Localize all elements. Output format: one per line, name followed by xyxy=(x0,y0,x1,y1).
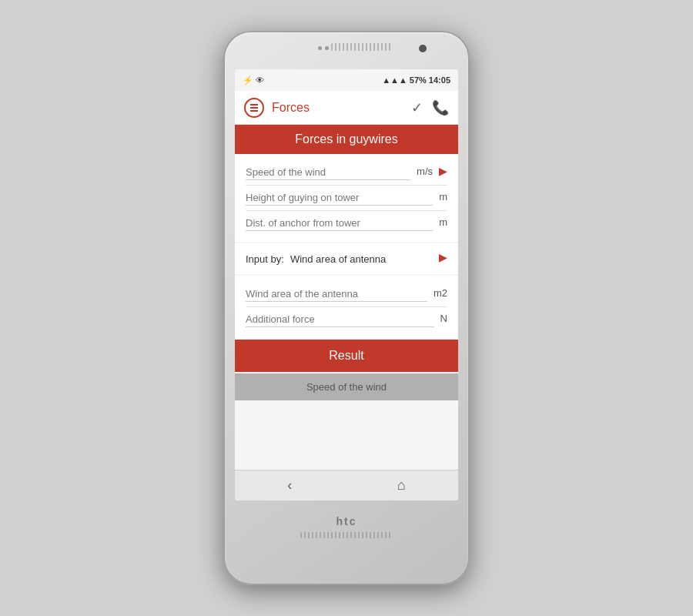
menu-button[interactable] xyxy=(244,98,264,118)
form-section-1: m/s ▶ m m xyxy=(235,154,458,242)
phone-button[interactable]: 📞 xyxy=(432,99,449,116)
wind-area-row: m2 xyxy=(246,282,447,307)
dist-unit: m xyxy=(439,216,447,231)
dist-input-wrap xyxy=(246,216,433,231)
input-by-row: Input by: Wind area of antenna ▶ xyxy=(235,243,458,274)
wind-speed-input[interactable] xyxy=(246,165,410,180)
app-bar: Forces ✓ 📞 xyxy=(235,91,458,125)
wind-area-input[interactable] xyxy=(246,286,427,302)
app-bar-actions: ✓ 📞 xyxy=(411,99,449,116)
additional-force-input-wrap xyxy=(246,312,434,327)
status-bar: ⚡ 👁 ▲▲▲ 57% 14:05 xyxy=(235,69,458,91)
form-section-2: m2 N xyxy=(235,276,458,338)
input-by-dropdown-icon[interactable]: ▶ xyxy=(439,251,447,266)
phone-screen: ⚡ 👁 ▲▲▲ 57% 14:05 Forces ✓ 📞 xyxy=(235,69,458,500)
app-title: Forces xyxy=(272,101,403,115)
input-by-label: Input by: xyxy=(246,253,284,265)
dist-input[interactable] xyxy=(246,216,433,231)
wind-speed-unit: m/s xyxy=(417,166,433,180)
height-input-wrap xyxy=(246,190,433,206)
content-area: Forces in guywires m/s ▶ m xyxy=(235,125,458,470)
bottom-nav: ‹ ⌂ xyxy=(235,470,458,500)
dist-row: m xyxy=(246,211,447,236)
signal-icon: ▲▲▲ xyxy=(382,75,407,85)
additional-force-input[interactable] xyxy=(246,312,434,327)
status-left: ⚡ 👁 xyxy=(243,75,264,85)
camera xyxy=(419,45,427,52)
htc-logo: htc xyxy=(336,515,357,527)
height-unit: m xyxy=(439,191,447,206)
check-button[interactable]: ✓ xyxy=(411,99,423,116)
speaker-grill-bottom xyxy=(300,532,393,538)
result-button[interactable]: Result xyxy=(235,340,458,372)
home-button[interactable]: ⌂ xyxy=(397,477,406,494)
additional-force-row: N xyxy=(246,307,447,332)
wind-speed-input-wrap xyxy=(246,165,410,180)
height-row: m xyxy=(246,186,447,211)
phone-top xyxy=(225,32,468,69)
phone-footer: htc xyxy=(225,500,468,553)
wind-area-unit: m2 xyxy=(434,287,447,302)
wind-speed-row: m/s ▶ xyxy=(246,160,447,186)
clock: 14:05 xyxy=(429,75,450,85)
speaker-dots xyxy=(318,46,329,50)
phone-device: ⚡ 👁 ▲▲▲ 57% 14:05 Forces ✓ 📞 xyxy=(223,31,470,585)
wind-speed-dropdown-icon[interactable]: ▶ xyxy=(439,165,447,180)
eye-icon: 👁 xyxy=(256,75,264,85)
additional-force-unit: N xyxy=(440,313,447,327)
back-button[interactable]: ‹ xyxy=(287,477,292,494)
input-by-value: Wind area of antenna xyxy=(290,253,433,265)
status-right: ▲▲▲ 57% 14:05 xyxy=(382,75,450,85)
wind-area-input-wrap xyxy=(246,286,427,302)
section-header: Forces in guywires xyxy=(235,125,458,154)
height-input[interactable] xyxy=(246,190,433,206)
usb-icon: ⚡ xyxy=(243,75,253,85)
speaker-grill-top xyxy=(331,43,393,51)
battery-level: 57% xyxy=(410,75,427,85)
result-label: Speed of the wind xyxy=(235,373,458,400)
